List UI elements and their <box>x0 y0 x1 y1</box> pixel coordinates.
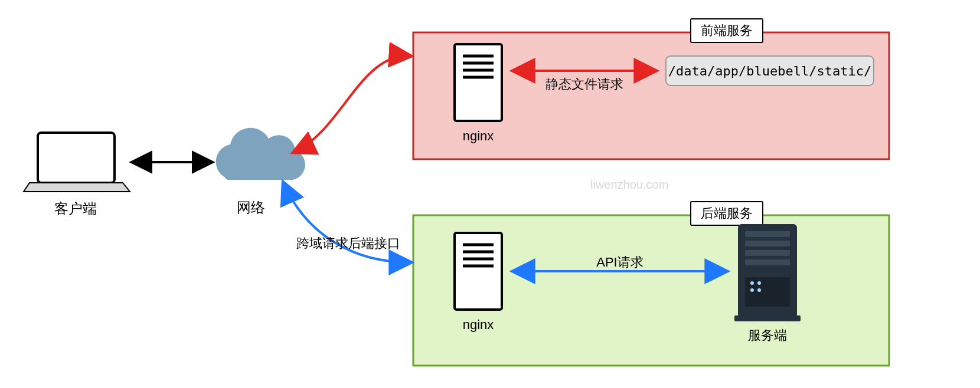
nginx-back-icon <box>455 233 502 310</box>
network-label: 网络 <box>237 199 265 215</box>
nginx-front-label: nginx <box>463 129 494 143</box>
laptop-icon <box>24 133 130 192</box>
svg-rect-25 <box>734 315 801 321</box>
svg-point-24 <box>757 288 761 292</box>
server-icon <box>734 224 801 321</box>
static-path-label: /data/app/bluebell/static/ <box>668 64 871 78</box>
nginx-front-icon <box>455 44 502 121</box>
svg-point-22 <box>757 281 761 285</box>
svg-rect-16 <box>745 231 790 237</box>
svg-rect-18 <box>745 250 790 256</box>
static-request-label: 静态文件请求 <box>545 77 623 91</box>
svg-point-23 <box>750 288 754 292</box>
backend-title-label: 后端服务 <box>701 206 753 221</box>
cloud-icon <box>216 128 305 180</box>
arrow-cloud-frontend <box>294 56 410 152</box>
static-path-box: /data/app/bluebell/static/ <box>666 56 874 86</box>
server-label: 服务端 <box>748 328 787 343</box>
cross-origin-label: 跨域请求后端接口 <box>296 236 400 251</box>
frontend-title-label: 前端服务 <box>701 23 753 38</box>
svg-rect-17 <box>745 241 790 246</box>
watermark-label: liwenzhou.com <box>590 178 668 191</box>
api-request-label: API请求 <box>596 255 643 269</box>
svg-rect-19 <box>745 259 790 265</box>
svg-rect-26 <box>38 133 115 183</box>
nginx-back-label: nginx <box>463 317 494 332</box>
svg-point-21 <box>750 281 754 285</box>
client-label: 客户端 <box>54 200 97 216</box>
